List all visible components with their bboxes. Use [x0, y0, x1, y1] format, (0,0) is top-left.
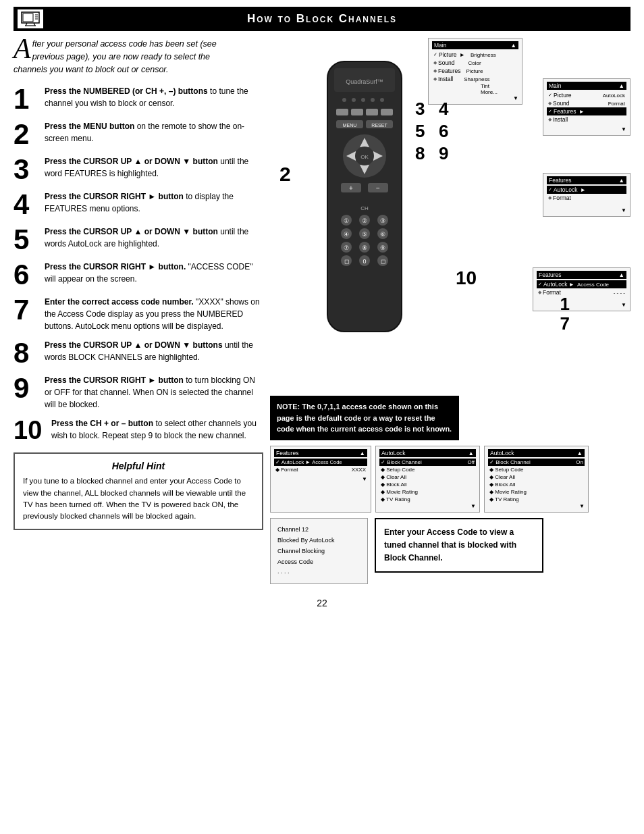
hint-box: Helpful Hint If you tune to a blocked ch… — [14, 452, 263, 530]
step-num-8: 8 — [14, 339, 39, 367]
screen-c: AutoLock ▲ ✓ Block Channel On ◆ Setup Co… — [484, 446, 589, 513]
svg-text:⑨: ⑨ — [380, 244, 385, 251]
remote-screens-area: Main ▲ ✓ Picture ► Brightness ◆ Sound Co… — [270, 38, 630, 396]
bottom-info-area: Channel 12 Blocked By AutoLock Channel B… — [270, 518, 630, 585]
svg-text:+: + — [349, 184, 353, 192]
channel-line-3: Channel Blocking — [277, 546, 360, 556]
screen3-down: ▼ — [547, 207, 626, 213]
step-overlay-10: 10 — [456, 267, 477, 289]
remote-svg: QuadraSurf™ MENU RESET — [297, 58, 432, 348]
screen-b-clear: ◆ Clear All — [379, 473, 476, 481]
svg-rect-8 — [327, 61, 402, 332]
svg-text:◻: ◻ — [381, 258, 385, 265]
screen1-more: More... — [432, 89, 518, 95]
step-text-9: Press the CURSOR RIGHT ► but­ton to turn… — [45, 374, 263, 411]
svg-text:⑤: ⑤ — [362, 231, 367, 238]
step-5: 5 Press the CURSOR UP ▲ or DOWN ▼ button… — [14, 226, 263, 254]
screen4-down: ▼ — [537, 302, 626, 308]
svg-text:0: 0 — [363, 258, 366, 265]
hint-text: If you tune to a blocked channel and ent… — [23, 475, 254, 522]
screen-a-title: Features ▲ — [274, 449, 367, 457]
screen-c-clear: ◆ Clear All — [488, 473, 585, 481]
step-8: 8 Press the CURSOR UP ▲ or DOWN ▼ button… — [14, 339, 263, 367]
svg-text:⑧: ⑧ — [362, 244, 367, 251]
screen4-title: Features ▲ — [537, 271, 626, 279]
screen-b-title: AutoLock ▲ — [379, 449, 476, 457]
step-7-bold: Enter the correct access code num­ber. — [45, 297, 194, 307]
step-3-bold: Press the CURSOR UP ▲ or DOWN ▼ button — [45, 157, 218, 166]
screen1-picture-row: ✓ Picture ► Brightness — [432, 51, 518, 59]
step-3: 3 Press the CURSOR UP ▲ or DOWN ▼ button… — [14, 155, 263, 184]
step-num-2: 2 — [14, 120, 39, 149]
svg-rect-18 — [366, 109, 378, 115]
screen-c-setup: ◆ Setup Code — [488, 466, 585, 473]
right-column: Main ▲ ✓ Picture ► Brightness ◆ Sound Co… — [270, 38, 630, 584]
svg-text:CH: CH — [360, 205, 369, 211]
step-6-bold: Press the CURSOR RIGHT ► but­ton. — [45, 262, 186, 271]
step-text-4: Press the CURSOR RIGHT ► but­ton to disp… — [45, 190, 263, 215]
step-numbers-right: 3 5 8 — [415, 99, 425, 164]
screen1-tint: Tint — [432, 83, 518, 89]
screen1-sound-row: ◆ Sound Color — [432, 59, 518, 67]
screen2-title: Main ▲ — [547, 82, 626, 90]
svg-text:④: ④ — [344, 231, 349, 238]
screen-b-down: ▼ — [379, 503, 476, 509]
step-10-bold: Press the CH + or – button — [51, 419, 153, 428]
remote-control: QuadraSurf™ MENU RESET — [297, 58, 432, 351]
screen3-format: ◆ Format — [547, 194, 626, 202]
screen4-format: ◆ Format - - - - — [537, 288, 626, 296]
screen-c-block-all: ◆ Block All — [488, 481, 585, 488]
step-text-3: Press the CURSOR UP ▲ or DOWN ▼ button u… — [45, 155, 263, 180]
page-number: 22 — [0, 591, 644, 615]
step-text-1: Press the NUMBERED (or CH +, –) buttons … — [45, 85, 263, 109]
hint-title: Helpful Hint — [23, 461, 254, 471]
screen-c-movie: ◆ Movie Rating — [488, 488, 585, 496]
left-column: A fter your personal access code has bee… — [14, 38, 263, 584]
screen-c-block-channel: ✓ Block Channel On — [488, 459, 585, 466]
step-2-bold: Press the MENU button — [45, 122, 134, 131]
screen2-picture: ✓ Picture AutoLock — [547, 91, 626, 99]
channel-line-5: · · · · — [277, 567, 360, 578]
screen1-title: Main ▲ — [432, 41, 518, 49]
svg-text:MENU: MENU — [343, 123, 357, 128]
svg-text:⑥: ⑥ — [380, 231, 385, 238]
step-10: 10 Press the CH + or – button to select … — [14, 417, 263, 443]
svg-text:③: ③ — [380, 217, 385, 224]
svg-point-14 — [371, 98, 375, 102]
svg-rect-19 — [381, 109, 393, 115]
screen-c-tv: ◆ TV Rating — [488, 496, 585, 503]
step-9: 9 Press the CURSOR RIGHT ► but­ton to tu… — [14, 374, 263, 411]
screen3-autolock: ✓ AutoLock ► — [547, 186, 626, 194]
screen-c-down: ▼ — [488, 503, 585, 509]
drop-cap: A — [14, 38, 31, 61]
screen4-autolock: ✓ AutoLock ► Access Code — [537, 280, 626, 288]
screen2-sound: ◆ Sound Format — [547, 99, 626, 107]
intro-body: fter your personal access code has been … — [14, 39, 217, 74]
screen-a-autolock: ✓ AutoLock ► Access Code — [274, 459, 367, 466]
channel-display-box: Channel 12 Blocked By AutoLock Channel B… — [270, 518, 368, 585]
screen-b-block-all: ◆ Block All — [379, 481, 476, 488]
step-7: 7 Enter the correct access code num­ber.… — [14, 296, 263, 332]
screen-b-block-channel: ✓ Block Channel Off — [379, 459, 476, 466]
screen-a-format: ◆ Format XXXX — [274, 466, 367, 473]
screen-b: AutoLock ▲ ✓ Block Channel Off ◆ Setup C… — [375, 446, 480, 513]
screen-c-title: AutoLock ▲ — [488, 449, 585, 457]
step-5-bold: Press the CURSOR UP ▲ or DOWN ▼ button — [45, 227, 218, 236]
step-num-9: 9 — [14, 374, 39, 402]
svg-rect-4 — [23, 14, 33, 22]
step-num-1: 1 — [14, 85, 39, 113]
step-4: 4 Press the CURSOR RIGHT ► but­ton to di… — [14, 190, 263, 219]
step-num-4: 4 — [14, 190, 39, 219]
step-num-3: 3 — [14, 155, 39, 184]
bottom-screens-row: Features ▲ ✓ AutoLock ► Access Code ◆ Fo… — [270, 446, 630, 513]
svg-text:OK: OK — [360, 154, 369, 160]
svg-text:②: ② — [362, 217, 367, 224]
screen2-features: ✓ Features ► — [547, 107, 626, 115]
screen-a: Features ▲ ✓ AutoLock ► Access Code ◆ Fo… — [270, 446, 371, 513]
step-8-bold: Press the CURSOR UP ▲ or DOWN ▼ buttons — [45, 340, 223, 350]
step-1: 1 Press the NUMBERED (or CH +, –) button… — [14, 85, 263, 113]
step-text-6: Press the CURSOR RIGHT ► but­ton. "ACCES… — [45, 261, 263, 285]
svg-rect-17 — [351, 109, 363, 115]
note-text: NOTE: The 0,7,1,1 access code shown on t… — [277, 402, 452, 433]
screen-a-down: ▼ — [274, 476, 367, 482]
